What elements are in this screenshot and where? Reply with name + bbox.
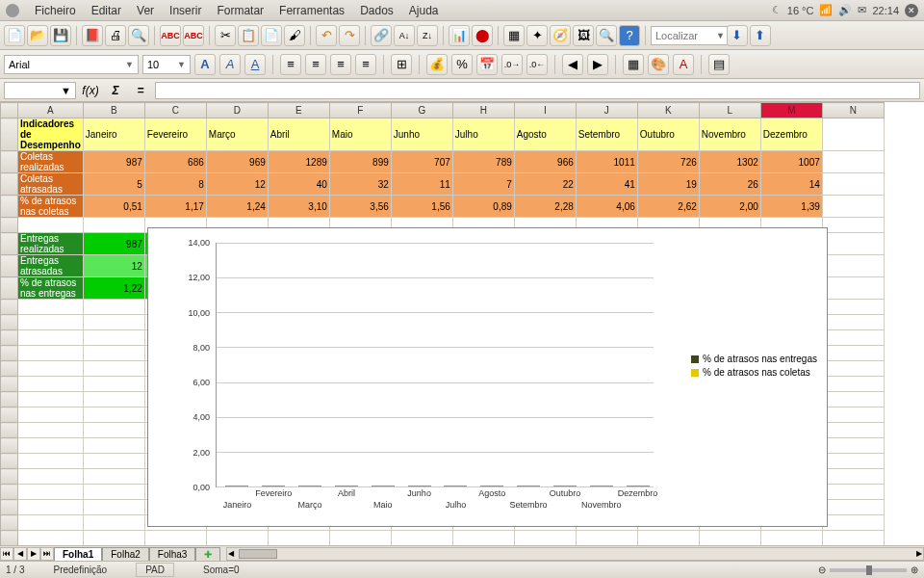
col-header[interactable]: H (452, 103, 514, 118)
cell[interactable]: 14 (760, 173, 822, 196)
row-header[interactable] (1, 515, 18, 531)
cell[interactable] (822, 118, 884, 151)
cell[interactable] (206, 531, 268, 546)
cell[interactable] (822, 500, 884, 515)
cell[interactable]: Fevereiro (144, 118, 206, 151)
cell[interactable]: 3,10 (268, 196, 329, 218)
cell[interactable] (822, 151, 884, 173)
font-name-combo[interactable]: Arial▼ (4, 55, 139, 74)
cell[interactable] (822, 392, 884, 407)
cell[interactable]: Maio (329, 118, 391, 151)
row-header[interactable] (1, 233, 18, 255)
cell[interactable] (822, 255, 884, 277)
cell[interactable]: 26 (699, 173, 760, 196)
cell[interactable]: 22 (514, 173, 576, 196)
cell[interactable] (822, 196, 884, 218)
cell[interactable] (83, 330, 144, 346)
align-center-icon[interactable]: ≡ (305, 54, 326, 75)
cell[interactable]: 11 (391, 173, 452, 196)
menu-help[interactable]: Ajuda (401, 2, 447, 19)
cell[interactable] (83, 469, 144, 485)
cell[interactable]: 1007 (760, 151, 822, 173)
export-pdf-icon[interactable]: 📕 (82, 25, 103, 46)
cut-icon[interactable]: ✂ (215, 25, 236, 46)
cell[interactable]: 0,51 (83, 196, 144, 218)
cell[interactable] (18, 423, 84, 438)
currency-icon[interactable]: 💰 (426, 54, 448, 75)
sort-desc-icon[interactable]: Z↓ (417, 25, 438, 46)
menu-insert[interactable]: Inserir (162, 2, 209, 19)
row-header[interactable] (1, 315, 18, 330)
cell[interactable]: Abril (268, 118, 329, 151)
borders-icon[interactable]: ▦ (623, 54, 644, 75)
table-icon[interactable]: ▦ (503, 25, 525, 46)
menu-format[interactable]: Formatar (209, 2, 271, 19)
cell[interactable]: 7 (452, 173, 514, 196)
gallery-icon[interactable]: 🖼 (573, 25, 594, 46)
print-icon[interactable]: 🖨 (105, 25, 126, 46)
cell[interactable]: 0,89 (452, 196, 514, 218)
network-icon[interactable]: 📶 (819, 4, 833, 16)
row-header[interactable] (1, 196, 18, 218)
cell[interactable] (822, 300, 884, 315)
cell[interactable]: 1,56 (391, 196, 452, 218)
close-icon[interactable]: ✕ (905, 4, 918, 17)
cell[interactable] (18, 346, 84, 361)
copy-icon[interactable]: 📋 (238, 25, 259, 46)
save-icon[interactable]: 💾 (50, 25, 71, 46)
remove-decimal-icon[interactable]: .0← (526, 54, 548, 75)
cell[interactable]: 2,62 (637, 196, 699, 218)
cell[interactable] (760, 531, 822, 546)
cell[interactable]: Setembro (576, 118, 637, 151)
cell[interactable] (83, 531, 144, 546)
cell[interactable] (822, 218, 884, 233)
row-header[interactable] (1, 392, 18, 407)
row-header[interactable] (1, 438, 18, 454)
cell[interactable] (83, 454, 144, 469)
cell[interactable] (18, 361, 84, 377)
cell[interactable]: 19 (637, 173, 699, 196)
cell[interactable]: 8 (144, 173, 206, 196)
cell[interactable] (18, 300, 84, 315)
cell[interactable] (18, 454, 84, 469)
cell[interactable] (18, 500, 84, 515)
row-header[interactable] (1, 346, 18, 361)
col-header[interactable]: J (576, 103, 637, 118)
cell[interactable] (822, 454, 884, 469)
cell[interactable] (83, 515, 144, 531)
help-icon[interactable]: ? (619, 25, 640, 46)
menu-file[interactable]: Ficheiro (27, 2, 84, 19)
zoom-out-icon[interactable]: ⊖ (818, 565, 826, 575)
cell[interactable]: 686 (144, 151, 206, 173)
cell[interactable] (18, 438, 84, 454)
cell[interactable]: 1,39 (760, 196, 822, 218)
cell[interactable] (18, 515, 84, 531)
row-header[interactable] (1, 454, 18, 469)
row-header[interactable] (1, 377, 18, 392)
grid-lines-icon[interactable]: ▤ (708, 54, 730, 75)
sort-asc-icon[interactable]: A↓ (394, 25, 415, 46)
cell[interactable] (576, 531, 637, 546)
increase-indent-icon[interactable]: ▶ (587, 54, 608, 75)
zoom-icon[interactable]: 🔍 (596, 25, 617, 46)
add-sheet-icon[interactable]: ✚ (195, 547, 220, 561)
cell[interactable]: Agosto (514, 118, 576, 151)
embedded-chart[interactable]: 0,002,004,006,008,0010,0012,0014,00 Jane… (147, 227, 828, 527)
sheet-tab-2[interactable]: Folha2 (102, 547, 149, 561)
bg-color-icon[interactable]: 🎨 (648, 54, 669, 75)
cell[interactable]: % de atrasos nas coletas (18, 196, 84, 218)
italic-icon[interactable]: A (219, 54, 241, 75)
formula-input[interactable] (155, 82, 920, 99)
cell[interactable] (83, 346, 144, 361)
format-paintbrush-icon[interactable]: 🖌 (284, 25, 305, 46)
hyperlink-icon[interactable]: 🔗 (371, 25, 392, 46)
align-left-icon[interactable]: ≡ (280, 54, 301, 75)
merge-cells-icon[interactable]: ⊞ (391, 54, 412, 75)
cell[interactable] (144, 531, 206, 546)
cell[interactable] (83, 361, 144, 377)
cell[interactable]: 32 (329, 173, 391, 196)
cell[interactable] (83, 377, 144, 392)
cell[interactable] (822, 315, 884, 330)
cell[interactable]: 1,17 (144, 196, 206, 218)
col-header[interactable]: N (822, 103, 884, 118)
